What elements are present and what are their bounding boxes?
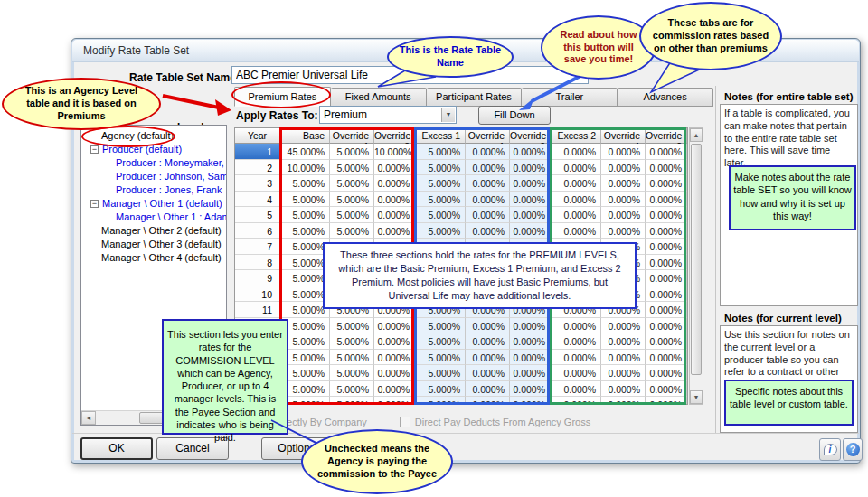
rate-cell[interactable]: 5.000% [415, 192, 466, 208]
rate-cell[interactable]: 0.000% [374, 207, 415, 223]
rate-cell[interactable]: 0.000% [374, 160, 415, 176]
rate-cell[interactable]: 0.000% [601, 381, 646, 398]
rate-cell[interactable]: 5.000% [330, 381, 374, 398]
ok-button[interactable]: OK [80, 437, 153, 460]
collapse-icon[interactable]: − [90, 200, 99, 208]
rate-cell[interactable]: 0.000% [551, 160, 601, 176]
rate-cell[interactable]: 0.000% [510, 144, 551, 160]
rate-cell[interactable]: 0.000% [466, 192, 510, 208]
rate-cell[interactable]: 0.000% [510, 207, 551, 223]
rate-cell[interactable]: 0.000% [374, 175, 415, 192]
rate-cell[interactable]: 5.000% [415, 144, 466, 160]
rate-cell[interactable]: 0.000% [646, 365, 687, 381]
rate-cell[interactable]: 0.000% [646, 350, 687, 366]
rate-cell[interactable]: 5.000% [330, 318, 374, 334]
tree-item-producer-jones-frank[interactable]: Producer : Jones, Frank [81, 183, 226, 196]
rate-cell[interactable]: 0.000% [466, 350, 510, 366]
checkbox-direct-pay-deducts-from-agency-gross[interactable]: Direct Pay Deducts From Agency Gross [400, 417, 590, 427]
tree-item-manager-other-3-default[interactable]: Manager \ Other 3 (default) [81, 238, 226, 250]
rate-cell[interactable]: 5.000% [330, 350, 374, 366]
rate-cell[interactable]: 0.000% [601, 397, 646, 405]
rate-cell[interactable]: 0.000% [646, 192, 687, 208]
rate-cell[interactable]: 0.000% [510, 381, 551, 398]
rate-cell[interactable]: 0.000% [646, 302, 687, 318]
year-cell[interactable]: 8 [235, 255, 280, 271]
tree-item-manager-other-1-default[interactable]: −Manager \ Other 1 (default) [81, 197, 226, 210]
tab-participant-rates[interactable]: Participant Rates [427, 88, 523, 107]
rate-cell[interactable]: 0.000% [551, 207, 601, 223]
rate-cell[interactable]: 0.000% [646, 160, 687, 176]
rate-cell[interactable]: 5.000% [280, 192, 330, 208]
rate-cell[interactable]: 5.000% [330, 207, 374, 223]
rate-cell[interactable]: 0.000% [466, 397, 510, 405]
year-cell[interactable]: 6 [235, 223, 280, 239]
scroll-left-icon[interactable]: ◄ [81, 411, 96, 425]
rate-cell[interactable]: 0.000% [466, 144, 510, 160]
rate-cell[interactable]: 5.000% [415, 160, 466, 176]
rate-cell[interactable]: 0.000% [601, 365, 646, 381]
rate-cell[interactable]: 5.000% [330, 175, 374, 192]
fill-down-button[interactable]: Fill Down [478, 106, 551, 125]
tree-item-manager-other-1-adams[interactable]: Manager \ Other 1 : Adams [81, 211, 226, 223]
rate-cell[interactable]: 5.000% [280, 207, 330, 223]
rate-cell[interactable]: 0.000% [601, 223, 646, 239]
rate-cell[interactable]: 0.000% [551, 192, 601, 208]
rate-cell[interactable]: 0.000% [646, 318, 687, 334]
rate-cell[interactable]: 0.000% [374, 223, 415, 239]
rate-cell[interactable]: 5.000% [330, 397, 374, 405]
rate-cell[interactable]: 5.000% [415, 333, 466, 350]
rate-cell[interactable]: 0.000% [466, 365, 510, 381]
rate-cell[interactable]: 0.000% [374, 318, 415, 334]
year-cell[interactable]: 1 [235, 144, 280, 160]
rate-cell[interactable]: 0.000% [510, 365, 551, 381]
rate-cell[interactable]: 0.000% [510, 160, 551, 176]
rate-cell[interactable]: 0.000% [646, 333, 687, 350]
rate-cell[interactable]: 5.000% [330, 160, 374, 176]
tab-advances[interactable]: Advances [618, 88, 713, 107]
rate-cell[interactable]: 0.000% [466, 175, 510, 192]
rate-cell[interactable]: 10.000% [280, 160, 330, 176]
rate-cell[interactable]: 5.000% [415, 318, 466, 334]
rate-cell[interactable]: 0.000% [646, 207, 687, 223]
tab-fixed-amounts[interactable]: Fixed Amounts [331, 88, 427, 107]
rate-cell[interactable]: 5.000% [415, 207, 466, 223]
rate-cell[interactable]: 0.000% [510, 192, 551, 208]
rate-cell[interactable]: 0.000% [374, 192, 415, 208]
rate-cell[interactable]: 0.000% [646, 144, 687, 160]
rate-cell[interactable]: 0.000% [466, 318, 510, 334]
rate-cell[interactable]: 0.000% [374, 350, 415, 366]
rate-cell[interactable]: 0.000% [466, 223, 510, 239]
rate-cell[interactable]: 0.000% [374, 381, 415, 398]
tree-item-manager-other-2-default[interactable]: Manager \ Other 2 (default) [81, 224, 226, 237]
rate-cell[interactable]: 0.000% [510, 223, 551, 239]
year-cell[interactable]: 5 [235, 207, 280, 223]
rate-cell[interactable]: 5.000% [415, 397, 466, 405]
rate-cell[interactable]: 5.000% [415, 365, 466, 381]
rate-cell[interactable]: 0.000% [466, 333, 510, 350]
chevron-down-icon[interactable]: ▼ [441, 108, 455, 122]
rate-cell[interactable]: 0.000% [601, 350, 646, 366]
rate-cell[interactable]: 0.000% [646, 175, 687, 192]
tab-trailer[interactable]: Trailer [522, 88, 618, 107]
rate-cell[interactable]: 0.000% [374, 397, 415, 405]
year-cell[interactable]: 2 [235, 160, 280, 176]
rate-cell[interactable]: 0.000% [601, 207, 646, 223]
info-button[interactable]: i [819, 438, 841, 461]
rate-cell[interactable]: 0.000% [646, 381, 687, 398]
rate-cell[interactable]: 0.000% [551, 223, 601, 239]
rate-cell[interactable]: 0.000% [510, 333, 551, 350]
rate-cell[interactable]: 0.000% [551, 397, 601, 405]
scrollbar-thumb[interactable] [691, 144, 702, 375]
year-cell[interactable]: 11 [235, 302, 280, 318]
rate-cell[interactable]: 0.000% [551, 381, 601, 398]
rate-cell[interactable]: 5.000% [330, 144, 374, 160]
rate-cell[interactable]: 5.000% [330, 365, 374, 381]
collapse-icon[interactable]: − [90, 145, 99, 154]
rate-cell[interactable]: 0.000% [601, 175, 646, 192]
rate-cell[interactable]: 0.000% [601, 160, 646, 176]
rate-cell[interactable]: 0.000% [551, 333, 601, 350]
rate-cell[interactable]: 5.000% [330, 192, 374, 208]
rate-cell[interactable]: 0.000% [551, 144, 601, 160]
rate-cell[interactable]: 0.000% [601, 333, 646, 350]
rate-cell[interactable]: 0.000% [510, 318, 551, 334]
